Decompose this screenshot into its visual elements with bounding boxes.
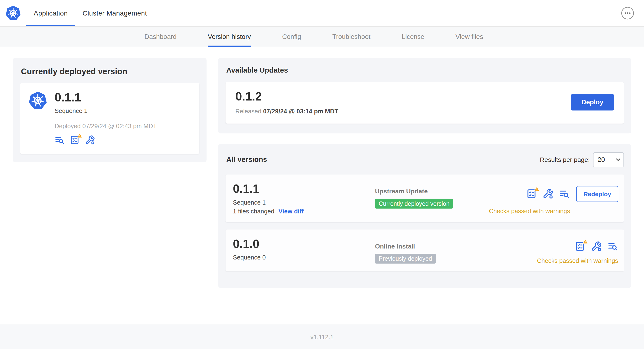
topbar: Application Cluster Management <box>0 0 644 26</box>
released-prefix: Released <box>235 108 261 114</box>
current-version-number: 0.1.1 <box>55 91 157 104</box>
app-subnav: Dashboard Version history Config Trouble… <box>0 26 644 47</box>
all-versions-panel: All versions Results per page: 20 0.1.1 … <box>218 144 631 288</box>
version-row-source: Online Install Previously deployed <box>375 238 537 264</box>
subnav-tab-troubleshoot[interactable]: Troubleshoot <box>332 27 370 47</box>
view-diff-link[interactable]: View diff <box>278 208 304 214</box>
available-updates-panel: Available Updates 0.1.2 Released 07/29/2… <box>218 58 631 134</box>
version-row: 0.1.1 Sequence 1 1 files changed View di… <box>226 174 624 222</box>
tab-application[interactable]: Application <box>26 0 75 26</box>
diff-icon[interactable] <box>55 135 64 145</box>
update-version-number: 0.1.2 <box>235 90 338 103</box>
subnav-tab-view-files[interactable]: View files <box>456 27 483 47</box>
topbar-tabs: Application Cluster Management <box>26 0 154 26</box>
config-wrench-icon[interactable] <box>543 188 554 199</box>
preflight-checks-warning-icon[interactable] <box>526 188 537 199</box>
status-badge: Previously deployed <box>375 254 436 264</box>
kubernetes-logo <box>0 0 26 26</box>
results-per-page-select[interactable]: 20 <box>593 152 624 167</box>
warning-triangle-icon <box>77 132 82 138</box>
checks-status-text: Checks passed with warnings <box>537 257 618 264</box>
subnav-tab-version-history[interactable]: Version history <box>208 27 251 47</box>
checks-status-text: Checks passed with warnings <box>489 207 570 214</box>
diff-icon[interactable] <box>608 241 618 252</box>
subnav-tab-license[interactable]: License <box>402 27 424 47</box>
results-per-page: Results per page: 20 <box>540 152 624 167</box>
subnav-tab-config[interactable]: Config <box>282 27 301 47</box>
current-version-actions <box>55 135 157 145</box>
chevron-down-icon <box>616 157 620 162</box>
current-version-deployed-date: Deployed 07/29/24 @ 02:43 pm MDT <box>55 122 157 129</box>
deploy-button[interactable]: Deploy <box>571 94 614 111</box>
tab-cluster-management[interactable]: Cluster Management <box>75 0 154 26</box>
version-row: 0.1.0 Sequence 0 Online Install Previous… <box>226 230 624 271</box>
released-date: 07/29/24 @ 03:14 pm MDT <box>263 108 338 114</box>
row-version-number: 0.1.0 <box>233 238 375 251</box>
available-updates-title: Available Updates <box>218 58 631 82</box>
version-row-info: 0.1.1 Sequence 1 1 files changed View di… <box>233 182 375 214</box>
results-per-page-label: Results per page: <box>540 156 590 163</box>
warning-triangle-icon <box>534 186 540 192</box>
config-wrench-icon[interactable] <box>591 241 602 252</box>
preflight-checks-warning-icon[interactable] <box>574 241 585 252</box>
source-label: Online Install <box>375 242 537 250</box>
row-version-number: 0.1.1 <box>233 182 375 196</box>
results-per-page-value: 20 <box>598 156 605 163</box>
current-version-sequence: Sequence 1 <box>55 107 157 114</box>
console-version: v1.112.1 <box>310 333 334 340</box>
files-changed-text: 1 files changed <box>233 208 274 214</box>
main-content: Currently deployed version 0.1.1 Sequenc… <box>0 47 644 288</box>
status-badge: Currently deployed version <box>375 198 453 208</box>
version-row-info: 0.1.0 Sequence 0 <box>233 238 375 261</box>
warning-triangle-icon <box>582 238 588 244</box>
version-row-actions: Redeploy Checks passed with warnings <box>489 182 618 214</box>
currently-deployed-card: 0.1.1 Sequence 1 Deployed 07/29/24 @ 02:… <box>20 83 199 154</box>
update-released-line: Released 07/29/24 @ 03:14 pm MDT <box>235 108 338 114</box>
source-label: Upstream Update <box>375 188 489 195</box>
footer: v1.112.1 <box>0 324 644 349</box>
subnav-tab-dashboard[interactable]: Dashboard <box>144 27 177 47</box>
redeploy-button[interactable]: Redeploy <box>576 186 618 202</box>
version-row-actions: Checks passed with warnings <box>537 238 618 264</box>
all-versions-title: All versions <box>226 156 267 164</box>
currently-deployed-panel: Currently deployed version 0.1.1 Sequenc… <box>13 58 206 162</box>
kubernetes-app-icon <box>28 91 47 110</box>
available-update-card: 0.1.2 Released 07/29/24 @ 03:14 pm MDT D… <box>226 82 624 124</box>
all-versions-header: All versions Results per page: 20 <box>218 144 631 174</box>
app-window: Application Cluster Management Dashboard… <box>0 0 644 349</box>
preflight-checks-warning-icon[interactable] <box>70 135 80 145</box>
row-sequence: Sequence 0 <box>233 254 375 260</box>
row-sequence: Sequence 1 <box>233 198 375 206</box>
ellipsis-menu-icon[interactable] <box>621 7 634 20</box>
version-row-source: Upstream Update Currently deployed versi… <box>375 182 489 208</box>
diff-icon[interactable] <box>559 188 570 199</box>
currently-deployed-title: Currently deployed version <box>13 58 206 83</box>
row-files-changed: 1 files changed View diff <box>233 208 375 214</box>
right-column: Available Updates 0.1.2 Released 07/29/2… <box>218 58 631 288</box>
config-wrench-icon[interactable] <box>85 135 95 145</box>
